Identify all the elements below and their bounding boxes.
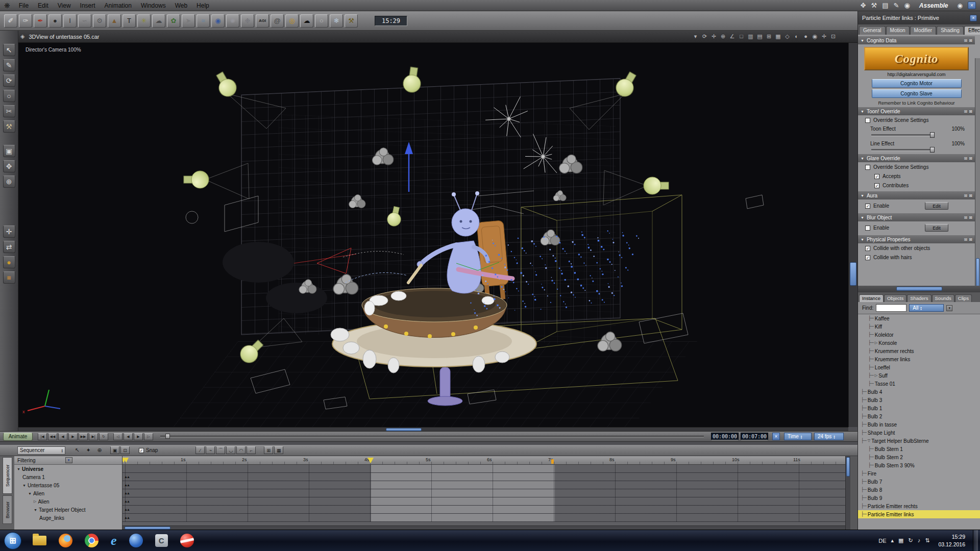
divider-handle[interactable] [896, 287, 942, 291]
toon-override-checkbox[interactable] [865, 118, 870, 123]
tray-volume-icon[interactable]: ♪ [918, 537, 921, 544]
tab-clips[interactable]: Clips [955, 294, 972, 302]
graph-window-button[interactable]: ▦ [274, 446, 283, 454]
track-row[interactable]: ▲▲ [122, 506, 845, 514]
spiral-tool-icon[interactable]: @ [271, 14, 284, 28]
display-textured-icon[interactable]: ◉ [811, 33, 819, 40]
tab-general[interactable]: General [859, 26, 886, 35]
current-time-field[interactable]: 00:00:00 [711, 433, 739, 440]
track-row[interactable]: ▲▲ [122, 497, 845, 506]
keyframe-marker[interactable]: ▲▲ [124, 499, 129, 503]
rotate-tool-icon[interactable]: ⟳ [3, 74, 15, 87]
expand-down-icon[interactable]: ▼ [34, 508, 37, 512]
zoom-tool-icon[interactable]: ⊕ [3, 176, 15, 188]
tab-browser[interactable]: Browser [3, 495, 12, 524]
splash-primitive-icon[interactable]: ✺ [226, 14, 239, 28]
display-flat-icon[interactable]: ◐ [793, 33, 800, 40]
track-row[interactable]: ▲▲ [122, 489, 845, 497]
running-document-icon[interactable] [180, 534, 194, 547]
sequencer-tree-item[interactable]: ▷Alien [14, 497, 122, 506]
toon-effect-slider[interactable] [871, 134, 934, 136]
time-mode-dropdown[interactable]: Time ▴▾ [784, 433, 812, 440]
list-item[interactable]: ├─Bulb 1 [858, 404, 980, 412]
aura-edit-button[interactable]: Edit [925, 202, 948, 210]
bank-view-icon[interactable]: ∠ [728, 33, 736, 40]
ring-primitive-icon[interactable]: ○ [315, 14, 328, 28]
tab-motion[interactable]: Motion [886, 26, 910, 35]
section-add-icon[interactable]: ⊞ [964, 109, 968, 114]
section-remove-icon[interactable]: ⊠ [969, 38, 972, 43]
effects-scrollbar[interactable] [975, 58, 980, 286]
keyframe-marker[interactable]: ▲▲ [124, 483, 129, 487]
tray-show-hidden-icon[interactable]: ▴ [891, 537, 894, 544]
flashlight-icon[interactable]: ✦ [84, 446, 93, 455]
tray-network-icon[interactable]: ⇅ [925, 537, 929, 544]
menu-insert[interactable]: Insert [76, 2, 100, 9]
line-effect-slider[interactable] [871, 149, 934, 151]
keyframe-marker[interactable]: ▲▲ [124, 508, 129, 511]
cognito-slave-button[interactable]: Cognito Slave [872, 89, 962, 98]
collapse-icon[interactable]: ▼ [861, 238, 864, 241]
axis-toggle-icon[interactable]: ✛ [820, 33, 828, 40]
step-back-button[interactable]: ◀ [124, 433, 133, 440]
blur-enable-checkbox[interactable] [865, 226, 870, 231]
list-item[interactable]: ├─Tasse 01 [858, 380, 980, 388]
prev-frame-button[interactable]: ◀◀ [48, 433, 57, 440]
show-desktop-button[interactable] [973, 530, 978, 551]
tab-modifier[interactable]: Modifier [910, 26, 937, 35]
menu-web[interactable]: Web [170, 2, 192, 9]
section-add-icon[interactable]: ⊞ [964, 193, 968, 198]
viewport-hscrollbar[interactable] [18, 427, 848, 431]
list-item[interactable]: ├─Bulb 3 [858, 396, 980, 404]
tab-instance[interactable]: Instance [859, 294, 884, 302]
list-item[interactable]: ├─Loeffel [858, 363, 980, 371]
panel-close-icon[interactable]: × [970, 15, 977, 21]
display-shaded-icon[interactable]: ● [802, 33, 810, 40]
keyframe-marker[interactable]: ▲▲ [124, 516, 129, 519]
keyframe-marker[interactable]: ▲▲ [124, 491, 129, 495]
expand-down-icon[interactable]: ▽ [868, 439, 870, 443]
select-arrow-icon[interactable]: ↖ [3, 44, 15, 56]
chrome-icon[interactable] [85, 534, 99, 547]
track-row[interactable]: ▲▲ [122, 514, 845, 522]
time-marker-4s[interactable] [368, 458, 374, 463]
expand-down-icon[interactable]: ▼ [28, 492, 32, 495]
display-wireframe-icon[interactable]: ◇ [783, 33, 791, 40]
tray-display-icon[interactable]: ▦ [898, 537, 903, 544]
viewport-collapse-icon[interactable]: ◈ [20, 33, 24, 40]
render-room-icon[interactable]: ◉ [904, 2, 910, 9]
spline-primitive-icon[interactable]: I [63, 14, 77, 28]
list-item[interactable]: ├─▽Target Helper BulbSterne [858, 437, 980, 445]
layout-split-h-icon[interactable]: ▤ [756, 33, 764, 40]
pan-hand-icon[interactable]: ✥ [3, 160, 15, 172]
cone-primitive-icon[interactable]: ▲ [108, 14, 121, 28]
cube-tool-icon[interactable]: ■ [3, 271, 15, 284]
keyframe-marker[interactable]: ▲▲ [124, 475, 129, 479]
clear-range-button[interactable]: × [772, 433, 780, 440]
list-item[interactable]: ├─Kruemmer links [858, 355, 980, 363]
end-time-field[interactable]: 00:07:00 [741, 433, 768, 440]
collide-hairs-checkbox[interactable]: ✓ [865, 255, 870, 260]
menu-edit[interactable]: Edit [33, 2, 53, 9]
sequencer-tree-item[interactable]: Camera 1 [14, 473, 122, 481]
scrubber-thumb[interactable] [165, 434, 170, 439]
list-item[interactable]: ├─▷Konsole [858, 339, 980, 347]
move-plane-icon[interactable]: ⇄ [3, 241, 15, 253]
vscroll-thumb[interactable] [976, 258, 979, 286]
go-end-button[interactable]: ▶| [89, 433, 98, 440]
collapse-icon[interactable]: ▼ [861, 110, 864, 113]
section-remove-icon[interactable]: ⊠ [969, 237, 972, 242]
wrench-tool-icon[interactable]: ⚒ [345, 14, 358, 28]
prev-key-button[interactable]: ◁ [113, 433, 122, 440]
text-primitive-icon[interactable]: T [122, 14, 136, 28]
viewport-vscrollbar[interactable] [848, 43, 857, 427]
track-row[interactable] [122, 465, 845, 473]
track-row[interactable]: ▲▲ [122, 473, 845, 481]
paintbrush-tool-icon[interactable]: ✒ [34, 14, 47, 28]
layout-grid-icon[interactable]: ▦ [774, 33, 782, 40]
list-item[interactable]: ├─Particle Emitter rechts [858, 502, 980, 510]
time-marker-7s[interactable] [551, 459, 554, 464]
tray-update-icon[interactable]: ↻ [909, 537, 913, 544]
list-item[interactable]: ├─Particle Emitter links [858, 510, 980, 518]
step-tangent-button[interactable]: ⌐ [247, 446, 256, 454]
